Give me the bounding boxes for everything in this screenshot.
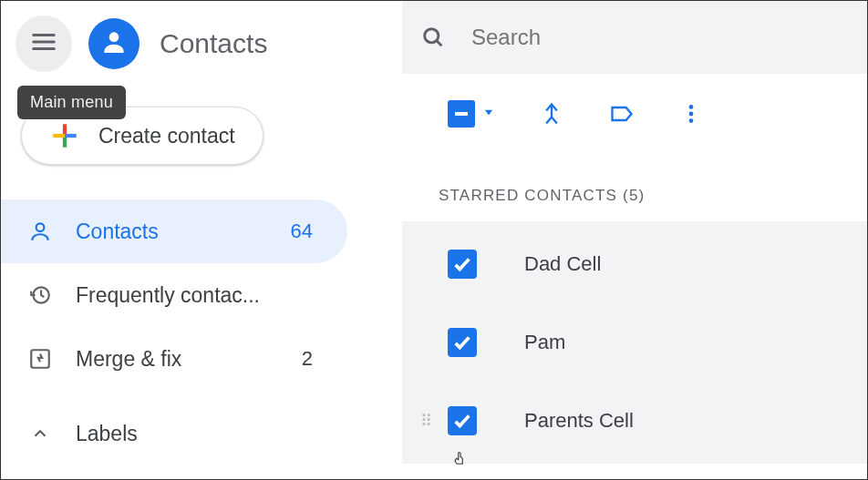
label-icon[interactable]	[608, 101, 636, 127]
main-menu-tooltip: Main menu	[17, 86, 126, 119]
contact-checkbox[interactable]	[448, 328, 477, 357]
sidebar-header: Contacts	[1, 8, 402, 87]
app-title: Contacts	[160, 28, 267, 59]
search-bar[interactable]	[402, 1, 867, 74]
contact-row[interactable]: ⠿ Parents Cell	[402, 382, 867, 460]
sidebar-item-label: Merge & fix	[76, 347, 302, 372]
contact-name: Parents Cell	[524, 409, 634, 433]
sidebar-labels-toggle[interactable]: Labels	[1, 402, 402, 465]
mouse-cursor-icon	[452, 449, 469, 474]
sidebar-nav: Contacts 64 Frequently contac... Merge &…	[1, 199, 402, 391]
merge-icon[interactable]	[539, 101, 564, 127]
menu-icon	[30, 28, 57, 59]
svg-point-8	[36, 223, 45, 231]
main-menu-button[interactable]	[16, 15, 72, 72]
sidebar: Contacts Main menu Create contact Contac…	[1, 1, 402, 479]
contact-name: Dad Cell	[524, 252, 601, 276]
more-vert-icon[interactable]	[679, 102, 703, 126]
sidebar-item-merge-fix[interactable]: Merge & fix 2	[1, 327, 347, 391]
person-icon	[99, 27, 129, 60]
svg-point-15	[689, 112, 694, 117]
contact-list: Dad Cell Pam ⠿ Parents Cell	[402, 221, 867, 464]
chevron-up-icon	[28, 422, 52, 445]
history-icon	[28, 283, 52, 307]
svg-line-12	[437, 41, 441, 46]
svg-point-16	[689, 118, 694, 123]
sidebar-item-label: Contacts	[76, 220, 291, 244]
contact-checkbox[interactable]	[448, 406, 477, 435]
selection-checkbox-indeterminate[interactable]	[448, 100, 475, 128]
person-outline-icon	[28, 220, 52, 243]
svg-point-11	[425, 29, 439, 43]
create-contact-label: Create contact	[98, 124, 235, 148]
contacts-logo	[88, 18, 140, 69]
contact-checkbox[interactable]	[448, 250, 477, 279]
plus-icon	[49, 120, 80, 151]
selection-action-bar	[402, 74, 867, 154]
drag-handle-icon[interactable]: ⠿	[420, 417, 431, 424]
sidebar-item-label: Labels	[76, 422, 375, 446]
section-header-starred: STARRED CONTACTS (5)	[402, 154, 867, 221]
svg-point-14	[689, 105, 694, 109]
contact-row[interactable]: Dad Cell	[402, 225, 867, 303]
sidebar-item-label: Frequently contac...	[76, 283, 320, 308]
sidebar-item-frequent[interactable]: Frequently contac...	[1, 263, 347, 327]
merge-fix-icon	[28, 347, 52, 371]
svg-marker-13	[485, 110, 492, 116]
search-input[interactable]	[471, 25, 849, 50]
sidebar-item-count: 2	[302, 347, 320, 371]
main-panel: STARRED CONTACTS (5) Dad Cell Pam ⠿ Pare	[402, 1, 867, 479]
contact-row[interactable]: Pam	[402, 303, 867, 382]
contact-name: Pam	[524, 331, 565, 354]
selection-dropdown-arrow-icon[interactable]	[482, 106, 495, 122]
svg-point-3	[109, 32, 119, 42]
sidebar-item-contacts[interactable]: Contacts 64	[1, 199, 347, 263]
search-icon	[420, 25, 446, 50]
sidebar-item-count: 64	[291, 220, 320, 243]
